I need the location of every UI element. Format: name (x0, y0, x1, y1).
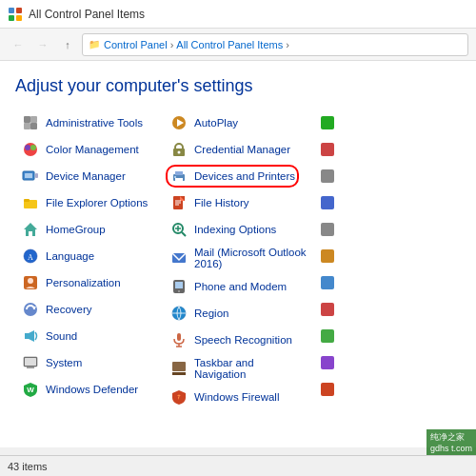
svg-rect-66 (321, 276, 334, 289)
list-item[interactable]: Credential Manager (164, 136, 312, 163)
item-label: Phone and Modem (194, 281, 287, 292)
list-item[interactable]: File Explorer Options (15, 189, 164, 216)
forward-button[interactable]: → (32, 34, 53, 55)
svg-rect-62 (321, 169, 334, 183)
list-item[interactable]: Speech Recognition (164, 327, 312, 353)
svg-rect-7 (30, 123, 37, 129)
list-item[interactable] (312, 296, 461, 323)
breadcrumb: 📁 Control Panel › All Control Panel Item… (82, 33, 468, 56)
breadcrumb-icon: 📁 (89, 39, 100, 50)
list-item[interactable]: Region (164, 300, 312, 327)
back-button[interactable]: ← (8, 34, 29, 55)
up-button[interactable]: ↑ (57, 34, 78, 55)
list-item[interactable] (312, 163, 461, 189)
item-label: Credential Manager (194, 144, 290, 155)
svg-rect-69 (321, 356, 334, 369)
person-icon (21, 273, 40, 292)
list-item[interactable]: ALanguage (15, 243, 164, 269)
item-label: Mail (Microsoft Outlook 2016) (194, 247, 307, 269)
list-item[interactable]: AutoPlay (164, 109, 312, 136)
mail-icon (169, 248, 188, 268)
svg-rect-5 (30, 116, 37, 123)
taskbar-icon (169, 359, 188, 378)
svg-rect-27 (27, 367, 34, 368)
title-bar-text: All Control Panel Items (29, 8, 145, 21)
list-item[interactable]: Recovery (15, 296, 164, 323)
defender-icon: W (21, 380, 40, 399)
list-item[interactable]: Personalization (15, 269, 164, 296)
list-item[interactable]: Devices and Printers (164, 163, 312, 189)
title-bar-icon (8, 7, 23, 22)
item-label: Personalization (46, 277, 121, 288)
svg-point-9 (25, 145, 30, 150)
c3g-icon (318, 273, 337, 292)
list-item[interactable] (312, 136, 461, 163)
list-item[interactable]: HomeGroup (15, 216, 164, 243)
item-label: Indexing Options (194, 224, 276, 235)
list-item[interactable] (312, 243, 461, 269)
nav-bar: ← → ↑ 📁 Control Panel › All Control Pane… (0, 29, 476, 61)
list-item[interactable]: Mail (Microsoft Outlook 2016) (164, 243, 312, 273)
list-item[interactable]: Windows Firewall (164, 384, 312, 410)
svg-rect-36 (175, 171, 183, 175)
svg-rect-67 (321, 303, 334, 316)
list-item[interactable]: Administrative Tools (15, 109, 164, 136)
svg-point-21 (28, 278, 33, 284)
item-label: Speech Recognition (194, 334, 292, 346)
list-item[interactable] (312, 269, 461, 296)
breadcrumb-item-control-panel[interactable]: Control Panel (104, 39, 168, 50)
list-item[interactable] (312, 349, 461, 376)
index-icon (169, 220, 188, 239)
svg-rect-63 (321, 196, 334, 209)
svg-rect-24 (25, 333, 29, 339)
list-item[interactable]: Sound (15, 323, 164, 349)
list-item[interactable]: System (15, 349, 164, 376)
item-label: File Explorer Options (46, 197, 148, 208)
c3e-icon (318, 220, 337, 239)
list-item[interactable]: Device Manager (15, 163, 164, 189)
column-1: Administrative ToolsColor ManagementDevi… (15, 109, 164, 410)
svg-rect-2 (9, 15, 14, 21)
status-count: 43 items (8, 461, 48, 472)
svg-rect-65 (321, 249, 334, 263)
svg-rect-38 (174, 176, 176, 178)
item-label: System (46, 357, 82, 368)
phone-icon (169, 277, 188, 296)
item-label: Language (46, 250, 94, 262)
item-label: File History (194, 197, 249, 208)
svg-rect-55 (177, 333, 181, 341)
device-icon (21, 167, 40, 186)
c3k-icon (318, 380, 337, 399)
list-item[interactable] (312, 376, 461, 403)
list-item[interactable] (312, 189, 461, 216)
svg-rect-12 (35, 173, 38, 178)
item-label: Device Manager (46, 170, 126, 182)
list-item[interactable]: Color Management (15, 136, 164, 163)
home-icon (21, 220, 40, 239)
svg-rect-68 (321, 329, 334, 343)
list-item[interactable] (312, 323, 461, 349)
item-label: Taskbar and Navigation (194, 357, 307, 380)
sound-icon (21, 327, 40, 346)
breadcrumb-item-all[interactable]: All Control Panel Items (176, 39, 283, 50)
list-item[interactable] (312, 109, 461, 136)
history-icon (169, 193, 188, 212)
svg-rect-28 (25, 358, 36, 366)
autoplay-icon (169, 113, 188, 132)
list-item[interactable]: Indexing Options (164, 216, 312, 243)
list-item[interactable]: WWindows Defender (15, 376, 164, 403)
list-item[interactable]: Phone and Modem (164, 273, 312, 300)
color-icon (21, 140, 40, 159)
svg-rect-60 (321, 116, 334, 129)
page-title: Adjust your computer's settings (15, 76, 461, 96)
system-icon (21, 353, 40, 372)
svg-rect-6 (24, 123, 30, 129)
svg-rect-37 (175, 178, 183, 182)
c3c-icon (318, 167, 337, 186)
list-item[interactable] (312, 216, 461, 243)
list-item[interactable]: Taskbar and Navigation (164, 353, 312, 384)
c3f-icon (318, 247, 337, 266)
list-item[interactable]: File History (164, 189, 312, 216)
svg-rect-1 (16, 8, 22, 13)
c3b-icon (318, 140, 337, 159)
